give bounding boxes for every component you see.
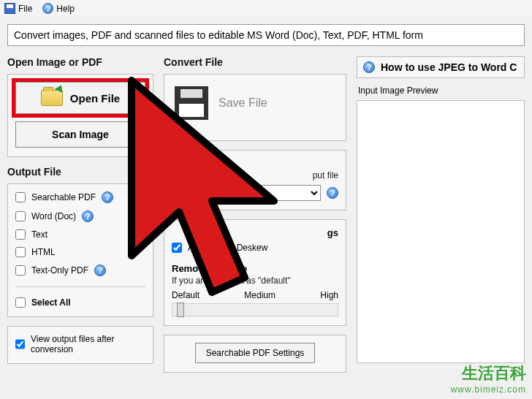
save-icon xyxy=(4,3,15,14)
slider-label-low: Default xyxy=(172,290,200,300)
checkbox-html[interactable] xyxy=(15,247,26,257)
input-image-preview xyxy=(357,100,525,363)
lang-subtext: put file xyxy=(172,170,338,180)
settings-fieldset: gs Au Deskew Remove n Image If you are n… xyxy=(164,219,346,326)
open-file-button[interactable]: Open File xyxy=(15,82,145,114)
label-text: Text xyxy=(31,229,48,240)
checkbox-text[interactable] xyxy=(15,229,26,240)
settings-heading-partial: gs xyxy=(172,227,338,238)
checkbox-searchable-pdf[interactable] xyxy=(15,192,26,202)
scan-image-label: Scan Image xyxy=(52,129,109,140)
folder-icon xyxy=(41,90,63,106)
watermark: 生活百科 www.bimeiz.com xyxy=(451,362,526,395)
menu-help-label: Help xyxy=(56,4,75,14)
watermark-brand: 生活百科 xyxy=(462,364,526,382)
open-fieldset: Open File Scan Image xyxy=(7,74,153,157)
slider-label-high: High xyxy=(320,290,338,300)
checkbox-view-output[interactable] xyxy=(15,339,25,349)
language-fieldset: . put file ? xyxy=(164,150,346,210)
output-fieldset: Searchable PDF ? Word (Doc) ? Text HTML xyxy=(7,183,153,317)
checkbox-deskew[interactable] xyxy=(221,243,231,253)
remove-lines-slider[interactable] xyxy=(172,303,338,316)
label-text-only-pdf: Text-Only PDF xyxy=(31,265,88,276)
save-file-button[interactable]: Save File xyxy=(172,82,338,132)
label-select-all: Select All xyxy=(31,297,71,308)
help-icon[interactable]: ? xyxy=(94,265,106,276)
save-file-label: Save File xyxy=(218,96,267,110)
preview-label: Input Image Preview xyxy=(358,86,525,96)
label-view-output: View output files after conversion xyxy=(31,334,145,354)
view-output-fieldset: View output files after conversion xyxy=(7,326,153,364)
convert-section-title: Convert File xyxy=(164,56,346,68)
scan-image-button[interactable]: Scan Image xyxy=(15,121,145,148)
label-auto: Au xyxy=(188,243,199,253)
help-icon: ? xyxy=(42,3,53,14)
convert-fieldset: Save File xyxy=(164,74,346,141)
language-select[interactable] xyxy=(255,185,321,201)
checkbox-text-only-pdf[interactable] xyxy=(15,265,26,276)
help-icon[interactable]: ? xyxy=(327,187,338,199)
slider-thumb[interactable] xyxy=(177,303,184,317)
watermark-url: www.bimeiz.com xyxy=(451,384,526,395)
label-html: HTML xyxy=(31,247,56,257)
searchable-pdf-fieldset: Searchable PDF Settings xyxy=(164,335,346,373)
menubar: File ? Help xyxy=(0,0,532,17)
open-section-title: Open Image or PDF xyxy=(7,56,153,68)
menu-help[interactable]: ? Help xyxy=(42,3,75,14)
searchable-pdf-settings-label: Searchable PDF Settings xyxy=(206,348,305,358)
floppy-icon xyxy=(175,86,208,120)
checkbox-auto[interactable] xyxy=(172,243,182,253)
label-deskew: Deskew xyxy=(237,243,268,253)
help-icon[interactable]: ? xyxy=(82,210,94,222)
open-file-label: Open File xyxy=(70,92,120,104)
remove-lines-heading: Remove n Image xyxy=(172,263,338,274)
help-icon: ? xyxy=(363,61,375,73)
menu-file[interactable]: File xyxy=(4,3,32,14)
checkbox-select-all[interactable] xyxy=(15,297,26,308)
howto-header[interactable]: ? How to use JPEG to Word C xyxy=(357,56,525,78)
searchable-pdf-settings-button[interactable]: Searchable PDF Settings xyxy=(195,343,316,363)
output-section-title: Output File xyxy=(7,166,153,178)
label-word: Word (Doc) xyxy=(31,211,76,221)
help-icon[interactable]: ? xyxy=(102,191,113,203)
description-banner: Convert images, PDF and scanned files to… xyxy=(7,24,525,46)
howto-label: How to use JPEG to Word C xyxy=(381,61,517,73)
label-searchable-pdf: Searchable PDF xyxy=(31,192,96,202)
checkbox-word[interactable] xyxy=(15,211,26,221)
remove-lines-note: If you are n keep it as "default" xyxy=(172,276,338,286)
menu-file-label: File xyxy=(18,4,32,14)
slider-label-mid: Medium xyxy=(244,290,276,300)
